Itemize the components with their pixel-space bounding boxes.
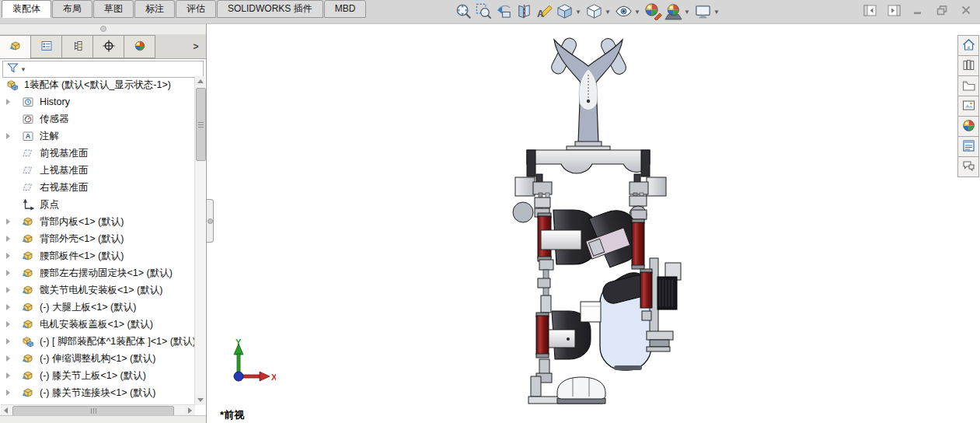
custom-properties-button[interactable] [957, 136, 979, 157]
view-settings-button[interactable] [693, 2, 713, 22]
tree-item-1[interactable]: History [0, 93, 194, 110]
fm-tab-dimxpert[interactable] [92, 35, 124, 58]
filter-funnel-icon[interactable] [6, 62, 20, 76]
previous-view-button[interactable] [494, 2, 514, 22]
filter-dropdown-caret[interactable]: ▼ [20, 66, 26, 73]
close-icon[interactable] [958, 3, 974, 17]
exoskeleton-model[interactable] [482, 30, 707, 404]
display-style-button[interactable] [584, 2, 604, 22]
tree-vertical-scrollbar[interactable] [194, 76, 205, 405]
tree-item-16[interactable]: (-) 伸缩调整机构<1> (默认) [0, 350, 194, 367]
tree-item-10[interactable]: 腰部板件<1> (默认) [0, 247, 194, 264]
ribbon-tab-5[interactable]: SOLIDWORKS 插件 [217, 0, 323, 18]
apply-scene-button[interactable] [664, 2, 683, 22]
tree-item-label: 腰部左右摆动固定块<1> (默认) [40, 267, 173, 280]
tree-item-13[interactable]: (-) 大腿上板<1> (默认) [0, 299, 194, 316]
expand-arrow-icon[interactable] [6, 304, 22, 310]
hide-show-items-dropdown-caret[interactable]: ▼ [634, 9, 640, 16]
scroll-left-button[interactable] [1, 405, 11, 415]
tree-item-17[interactable]: (-) 膝关节上板<1> (默认) [0, 367, 194, 384]
solidworks-resources-button[interactable] [957, 35, 979, 56]
display-style-dropdown-caret[interactable]: ▼ [605, 9, 611, 16]
collapse-right-pane-button[interactable] [886, 3, 902, 17]
ribbon-tab-0[interactable]: 装配体 [2, 0, 51, 18]
expand-arrow-icon[interactable] [6, 253, 22, 259]
back-support[interactable] [549, 36, 628, 150]
file-explorer-button[interactable] [957, 75, 979, 96]
tree-item-3[interactable]: A注解 [0, 128, 194, 145]
hide-show-items-button[interactable] [614, 2, 633, 22]
view-orientation-dropdown-caret[interactable]: ▼ [575, 9, 581, 16]
right-leg[interactable] [579, 177, 681, 370]
tree-item-14[interactable]: 电机安装板盖板<1> (默认) [0, 316, 194, 333]
tree-item-0[interactable]: 1装配体 (默认<默认_显示状态-1>) [0, 76, 194, 93]
tree-item-5[interactable]: 上视基准面 [0, 162, 194, 179]
scroll-down-button[interactable] [195, 395, 205, 405]
knee-motor-assembly[interactable] [640, 258, 681, 351]
fm-tabs-overflow-button[interactable]: > [186, 35, 206, 58]
zoom-fit-button[interactable] [454, 2, 473, 22]
tree-item-15[interactable]: (-) [ 脚部装配体^1装配体 ]<1> (默认) [0, 333, 194, 350]
view-orientation-button[interactable] [555, 2, 574, 22]
tree-horizontal-scrollbar[interactable] [1, 404, 195, 415]
restore-button[interactable] [934, 3, 950, 17]
panel-splitter[interactable] [207, 199, 214, 243]
zoom-fit-icon [455, 2, 473, 23]
tree-item-12[interactable]: 髋关节电机安装板<1> (默认) [0, 281, 194, 299]
tree-item-6[interactable]: 右视基准面 [0, 179, 194, 196]
section-view-button[interactable] [514, 2, 534, 22]
panel-grip-handle[interactable] [0, 23, 206, 35]
file-explorer-icon [961, 78, 976, 95]
apply-scene-dropdown-caret[interactable]: ▼ [684, 9, 690, 16]
minimize-button[interactable] [910, 3, 926, 17]
ribbon-tab-6[interactable]: MBD [324, 0, 367, 18]
fm-tab-design-tree[interactable] [0, 35, 31, 58]
fm-tab-display-manager[interactable] [124, 35, 155, 58]
design-library-button[interactable] [957, 55, 979, 76]
scroll-right-button[interactable] [185, 405, 195, 415]
appearances-scenes-button[interactable] [957, 116, 979, 137]
expand-arrow-icon[interactable] [6, 99, 22, 105]
vertical-scroll-thumb[interactable] [196, 88, 206, 161]
ribbon-tab-2[interactable]: 草图 [93, 0, 134, 18]
tree-item-9[interactable]: 背部外壳<1> (默认) [0, 230, 194, 247]
edit-appearance-button[interactable] [643, 2, 663, 22]
expand-arrow-icon[interactable] [6, 372, 22, 379]
view-palette-button[interactable] [957, 96, 979, 117]
plane-icon [22, 181, 36, 194]
left-leg[interactable] [513, 177, 605, 404]
expand-arrow-icon[interactable] [6, 287, 22, 293]
collapse-left-pane-button[interactable] [862, 3, 877, 17]
expand-arrow-icon[interactable] [6, 218, 22, 225]
ribbon-tab-3[interactable]: 标注 [134, 0, 175, 18]
feature-manager-tab-bar: > [0, 35, 206, 59]
tree-filter-bar[interactable]: ▼ [2, 61, 204, 78]
expand-arrow-icon[interactable] [6, 355, 22, 362]
ribbon-tab-4[interactable]: 评估 [176, 0, 216, 18]
expand-arrow-icon[interactable] [6, 133, 22, 139]
forum-button[interactable] [957, 156, 979, 177]
display-manager-icon [134, 40, 146, 54]
tree-item-7[interactable]: 原点 [0, 196, 194, 213]
expand-arrow-icon[interactable] [6, 321, 22, 327]
hide-show-annotations-button[interactable]: A [535, 2, 554, 22]
fm-tab-property-manager[interactable] [30, 35, 62, 58]
tree-item-11[interactable]: 腰部左右摆动固定块<1> (默认) [0, 264, 194, 281]
dimxpert-icon [103, 40, 115, 54]
graphics-area[interactable]: Y X *前视 [208, 23, 980, 423]
part-icon [22, 250, 36, 262]
ribbon-tab-1[interactable]: 布局 [52, 0, 92, 18]
scroll-up-button[interactable] [195, 76, 205, 86]
expand-arrow-icon[interactable] [6, 236, 22, 242]
zoom-area-button[interactable] [474, 2, 493, 22]
tree-item-8[interactable]: 背部内板<1> (默认) [0, 213, 194, 230]
tree-item-18[interactable]: (-) 膝关节连接块<1> (默认) [0, 384, 194, 401]
expand-arrow-icon[interactable] [6, 270, 22, 276]
tree-item-2[interactable]: 传感器 [0, 110, 194, 128]
expand-arrow-icon[interactable] [6, 390, 22, 396]
expand-arrow-icon[interactable] [6, 338, 22, 344]
tree-item-4[interactable]: 前视基准面 [0, 145, 194, 162]
fm-tab-configuration-manager[interactable] [61, 35, 93, 58]
view-settings-dropdown-caret[interactable]: ▼ [713, 9, 720, 16]
apply-scene-icon [664, 2, 682, 23]
